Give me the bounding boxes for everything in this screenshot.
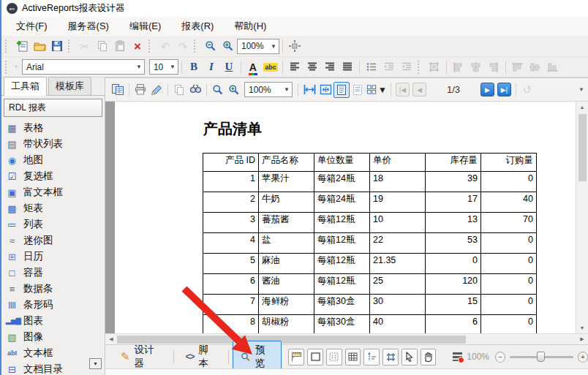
sidebar-item-table[interactable]: ▦表格 xyxy=(6,120,105,136)
delete-button[interactable]: × xyxy=(129,37,146,55)
ruler-toggle-button[interactable] xyxy=(288,349,304,365)
indent-decrease-button[interactable] xyxy=(398,58,415,76)
page-setup-button[interactable] xyxy=(148,82,165,98)
cut-button[interactable]: ✂ xyxy=(76,37,94,55)
scroll-down-icon[interactable]: ▼ xyxy=(576,322,588,333)
dot-grid-button[interactable] xyxy=(326,349,342,365)
align-centers-button[interactable] xyxy=(467,58,485,76)
error-list-icon[interactable] xyxy=(453,352,462,361)
zoom-slider-minus-button[interactable]: − xyxy=(495,352,505,363)
align-rights-button[interactable] xyxy=(485,58,502,76)
continuous-view-button[interactable] xyxy=(350,82,366,98)
preview-zoom-in-button[interactable] xyxy=(226,82,242,98)
page-borders-button[interactable] xyxy=(307,349,323,365)
back-button[interactable]: ↺ xyxy=(519,82,535,98)
bold-button[interactable]: B xyxy=(185,58,203,76)
snap-lines-button[interactable] xyxy=(363,349,380,365)
zoom-slider-thumb[interactable] xyxy=(537,352,545,362)
vertical-scrollbar[interactable]: ▲ ▼ xyxy=(576,102,588,333)
copy-button[interactable] xyxy=(94,37,111,55)
toolbar-grip[interactable] xyxy=(5,61,10,74)
print-button[interactable] xyxy=(132,82,148,98)
fit-width-button[interactable] xyxy=(301,82,317,98)
single-page-view-button[interactable] xyxy=(333,82,350,98)
scroll-up-icon[interactable]: ▲ xyxy=(576,102,588,113)
bullet-list-button[interactable] xyxy=(363,58,380,76)
align-lefts-button[interactable] xyxy=(450,58,467,76)
galley-mode-button[interactable] xyxy=(110,82,126,98)
align-middles-button[interactable] xyxy=(527,58,544,76)
zoom-slider-plus-button[interactable]: + xyxy=(578,352,588,363)
sidebar-item-tablix[interactable]: ▩矩表 xyxy=(6,200,105,216)
fit-page-button[interactable] xyxy=(317,82,333,98)
toolbar-grip[interactable] xyxy=(148,39,154,53)
highlight-button[interactable]: abc xyxy=(262,58,279,76)
new-report-button[interactable] xyxy=(13,37,31,55)
font-select[interactable]: Arial▼ xyxy=(22,59,145,75)
menu-file[interactable]: 文件(F) xyxy=(6,18,58,35)
line-grid-button[interactable] xyxy=(345,349,361,365)
menu-report[interactable]: 报表(R) xyxy=(171,18,224,35)
snap-to-grid-button[interactable] xyxy=(426,58,443,76)
preview-toolbar-overflow-icon[interactable]: ▼ xyxy=(578,86,584,93)
toolbar-grip[interactable] xyxy=(194,39,199,53)
toolbar-grip[interactable] xyxy=(5,39,10,53)
zoom-out-button[interactable] xyxy=(202,37,219,55)
fit-window-button[interactable] xyxy=(286,37,304,55)
indent-increase-button[interactable] xyxy=(380,58,398,76)
sidebar-item-data-bar[interactable]: ≡数据条 xyxy=(6,281,105,297)
pan-tool-button[interactable] xyxy=(421,349,437,365)
toolbar-grip[interactable] xyxy=(68,39,73,53)
paste-button[interactable] xyxy=(111,37,129,55)
redo-button[interactable]: ↷ xyxy=(174,37,192,55)
sidebar-scroll-down-button[interactable]: ▼ xyxy=(89,358,102,369)
sidebar-item-barcode[interactable]: ||||条形码 xyxy=(6,297,105,313)
snap-grid-button[interactable] xyxy=(382,349,399,365)
sidebar-item-sparkline[interactable]: ≈迷你图 xyxy=(6,232,105,249)
align-tops-button[interactable] xyxy=(509,58,527,76)
sidebar-section-header[interactable]: RDL 报表 xyxy=(4,99,102,117)
menu-help[interactable]: 帮助(H) xyxy=(224,18,276,35)
sidebar-item-list[interactable]: ≔列表 xyxy=(6,216,105,232)
save-button[interactable] xyxy=(48,37,66,55)
sidebar-item-banded-list[interactable]: ▤带状列表 xyxy=(6,136,105,152)
sidebar-item-container[interactable]: □容器 xyxy=(6,265,105,281)
zoom-slider[interactable] xyxy=(510,356,573,358)
next-page-button[interactable]: ▶ xyxy=(480,83,494,96)
previous-page-button[interactable]: ◀ xyxy=(412,83,426,96)
align-center-button[interactable] xyxy=(304,58,321,76)
align-justify-button[interactable] xyxy=(339,58,356,76)
multipage-view-button[interactable]: ▼ xyxy=(366,82,388,98)
undo-button[interactable]: ↶ xyxy=(157,37,174,55)
sidebar-item-rich-text-box[interactable]: ▣富文本框 xyxy=(6,184,105,200)
font-size-select[interactable]: 10▼ xyxy=(149,59,178,75)
italic-button[interactable]: I xyxy=(203,58,220,76)
toolbar-grip[interactable] xyxy=(418,61,423,74)
preview-zoom-select[interactable]: 100%▼ xyxy=(244,82,293,97)
menu-edit[interactable]: 编辑(E) xyxy=(119,18,171,35)
preview-zoom-out-button[interactable] xyxy=(210,82,226,98)
toolbar-overflow-icon[interactable]: ▼ xyxy=(13,64,19,70)
zoom-select[interactable]: 100%▼ xyxy=(237,39,279,54)
sidebar-item-image[interactable]: ▧图像 xyxy=(6,329,105,345)
underline-button[interactable]: U xyxy=(220,58,238,76)
align-right-button[interactable] xyxy=(321,58,339,76)
find-button[interactable] xyxy=(187,82,203,98)
select-tool-button[interactable] xyxy=(402,349,418,365)
sidebar-item-map[interactable]: ◉地图 xyxy=(6,152,105,168)
sidebar-item-calendar[interactable]: ⊞日历 xyxy=(6,249,105,265)
sidebar-item-checkbox[interactable]: ☑复选框 xyxy=(6,168,105,184)
align-left-button[interactable] xyxy=(286,58,304,76)
zoom-in-button[interactable] xyxy=(219,37,237,55)
align-bottoms-button[interactable] xyxy=(544,58,562,76)
horizontal-scroll-thumb[interactable] xyxy=(117,336,466,344)
menu-server[interactable]: 服务器(S) xyxy=(58,18,119,35)
scroll-right-icon[interactable]: ▶ xyxy=(576,336,588,342)
font-color-button[interactable]: A xyxy=(244,58,262,76)
sidebar-item-chart[interactable]: ▂▅▇图表 xyxy=(6,313,105,329)
open-report-button[interactable] xyxy=(31,37,48,55)
tab-toolbox[interactable]: 工具箱 xyxy=(4,77,47,96)
copy-content-button[interactable] xyxy=(171,82,187,98)
last-page-button[interactable]: ▶| xyxy=(497,83,511,96)
first-page-button[interactable]: |◀ xyxy=(396,83,410,96)
